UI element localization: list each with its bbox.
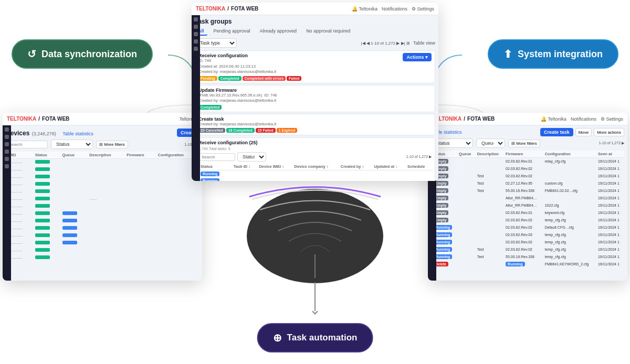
sidebar-icon-5[interactable] (194, 47, 198, 51)
upload-icon: ⬆ (503, 48, 512, 60)
r-col-config: Configuration (543, 151, 596, 158)
task-label: Task automation (287, 333, 358, 343)
table-row: Empty02.03.82.Rev.01keyword.cfg19/11/202… (431, 209, 624, 217)
table-row: ———— (6, 210, 199, 218)
table-view-label: Table view (413, 40, 435, 46)
right-queue-select[interactable]: Queue (476, 138, 505, 148)
left-app-name: FOTA WEB (42, 116, 69, 122)
r-col-seen: Seen at (596, 151, 624, 158)
r-col-desc: Description (475, 151, 503, 158)
table-row: EmptyTest02.27.12.Rev.95custom.cfg19/11/… (431, 180, 624, 187)
right-app-name: FOTA WEB (467, 116, 495, 122)
center-window: TELTONIKA / FOTA WEB 🔔 Teltonika Notific… (192, 3, 438, 181)
right-titlebar-right: 🔔 Teltonika Notifications ⚙ Settings (541, 116, 623, 122)
r-col-fw: Firmware (503, 151, 543, 158)
teltonika-user: 🔔 Teltonika (352, 6, 377, 12)
badge-cancelled: 20 Cancelled (198, 128, 225, 133)
table-row: ———— (6, 218, 199, 225)
table-row: ———— (6, 240, 199, 247)
right-create-btn[interactable]: Create task (540, 128, 573, 136)
table-row: —————— (6, 196, 199, 203)
tab-approved[interactable]: Already approved (257, 27, 300, 36)
sidebar-icon-3[interactable] (194, 32, 198, 36)
table-row: ———— (6, 188, 199, 196)
right-user: 🔔 Teltonika (541, 116, 566, 122)
task-type-select[interactable]: Task type (195, 38, 237, 48)
col-schedule: Schedule (405, 163, 432, 170)
subtask-filters: Status 1-10 of 1,272 ▶ (198, 152, 432, 162)
badge-failed: Failed (287, 76, 301, 81)
table-row: ———— (6, 225, 199, 232)
center-titlebar: TELTONIKA / FOTA WEB 🔔 Teltonika Notific… (192, 3, 438, 15)
left-sidebar-icon-6[interactable] (5, 164, 9, 168)
left-sidebar-icon-1[interactable] (5, 127, 9, 132)
sidebar-icon-4[interactable] (194, 39, 198, 44)
col-updated: Updated at ↕ (372, 163, 405, 170)
subtask-search[interactable] (198, 153, 235, 161)
task-badges-3: 20 Cancelled 18 Completed 15 Failed 1 Ex… (198, 128, 432, 133)
right-notifications[interactable]: Notifications (571, 116, 596, 122)
table-row: ———— (6, 181, 199, 188)
left-sidebar-icon-2[interactable] (5, 135, 9, 139)
app-name: FOTA WEB (231, 6, 258, 12)
data-sync-pill: ↺ Data synchronization (12, 39, 153, 69)
center-sidebar (192, 15, 200, 181)
sidebar-icon-2[interactable] (194, 25, 198, 29)
task-meta-2: (FMB.Ver.83.27.10.Rev.965.3ft.e.sh) ID: … (198, 93, 432, 104)
col-status: Status (33, 152, 60, 159)
subtask-info: 1-746 Total tasks: 9 (198, 147, 432, 151)
more-actions-btn[interactable]: More actions (594, 128, 624, 136)
devices-status-select[interactable]: Status (51, 140, 93, 149)
settings-btn[interactable]: ⚙ Settings (412, 6, 434, 12)
badge-completed: Completed (218, 76, 242, 81)
status-running: Running (201, 178, 219, 181)
actions-btn-1[interactable]: Actions ▾ (403, 53, 432, 61)
notifications-btn[interactable]: Notifications (382, 6, 407, 12)
table-row: Empty02.03.82.Rev.02temp_cfg.cfg19/11/20… (431, 217, 624, 224)
tab-no-approval[interactable]: No approval required (303, 27, 353, 36)
right-more-filters[interactable]: ⊟ More filters (508, 140, 540, 147)
left-window: TELTONIKA / FOTA WEB Teltonika Devices (… (3, 113, 202, 281)
table-row: DeleteRunningFMB641.KEYWORD_2.cfg19/11/3… (431, 261, 624, 268)
badge-completed-2: Completed (198, 105, 222, 110)
sync-label: Data synchronization (41, 49, 137, 60)
task-automation-pill: ⊕ Task automation (257, 323, 373, 352)
center-window-title: Task groups (195, 18, 435, 25)
col-status: Status (198, 163, 232, 170)
right-table: Status Queue Description Firmware Config… (431, 151, 624, 268)
table-stats-left[interactable]: Table statistics (62, 131, 93, 136)
left-sidebar-icon-5[interactable] (5, 157, 9, 161)
task-row-3[interactable]: Create task Created by: marjanas.stanisc… (195, 114, 435, 136)
subtask-pagination: 1-10 of 1,272 ▶ (406, 155, 432, 159)
table-row: RunningTest55.00.16.Rev.338temp_cfg.cfg1… (431, 253, 624, 261)
task-meta-1: ID: 746 Created at: 2024-06-30 11:23:13 … (198, 58, 400, 75)
left-brand: TELTONIKA / FOTA WEB (7, 116, 69, 122)
left-sidebar-icon-3[interactable] (5, 142, 9, 146)
move-btn[interactable]: Move (575, 128, 592, 136)
left-brand-name: TELTONIKA (7, 116, 36, 122)
table-row: RunningTest02.03.82.Rev.02temp_cfg.cfg19… (431, 246, 624, 253)
task-name-2: Update Firmware (198, 88, 432, 93)
table-row: EmptyAllor_RR.FMB64…1022.cfg19/11/2024 1 (431, 202, 624, 209)
right-titlebar: TELTONIKA / FOTA WEB 🔔 Teltonika Notific… (428, 113, 627, 125)
badge-pending: Pending (198, 76, 217, 81)
right-settings[interactable]: ⚙ Settings (601, 116, 623, 122)
badge-failed-3: 15 Failed (256, 128, 276, 133)
sidebar-icon-1[interactable] (194, 17, 198, 22)
right-window: TELTONIKA / FOTA WEB 🔔 Teltonika Notific… (428, 113, 627, 281)
table-row: ———— (6, 159, 199, 166)
task-row-2[interactable]: Update Firmware (FMB.Ver.83.27.10.Rev.96… (195, 85, 435, 112)
more-filters-btn[interactable]: ⊟ More filters (96, 141, 128, 148)
left-sidebar-icon-4[interactable] (5, 149, 9, 154)
subtask-status-select[interactable]: Status (237, 152, 266, 162)
down-arrow-tip (312, 308, 318, 314)
tab-pending[interactable]: Pending approval (211, 27, 254, 36)
task-row-1[interactable]: Receive configuration ID: 746 Created at… (195, 50, 435, 83)
down-arrow-line (314, 282, 316, 311)
right-pagination: 1-10 of 1,272 ▶ (599, 141, 624, 145)
devices-table: IMEI Status Queue Description Firmware C… (6, 152, 199, 262)
table-row: ———— (6, 203, 199, 210)
devices-search[interactable] (6, 141, 48, 148)
center-pagination: |◀ ◀ 1-10 of 1,272 ▶ ▶| ⊞ (361, 41, 410, 46)
automation-icon: ⊕ (273, 331, 282, 344)
